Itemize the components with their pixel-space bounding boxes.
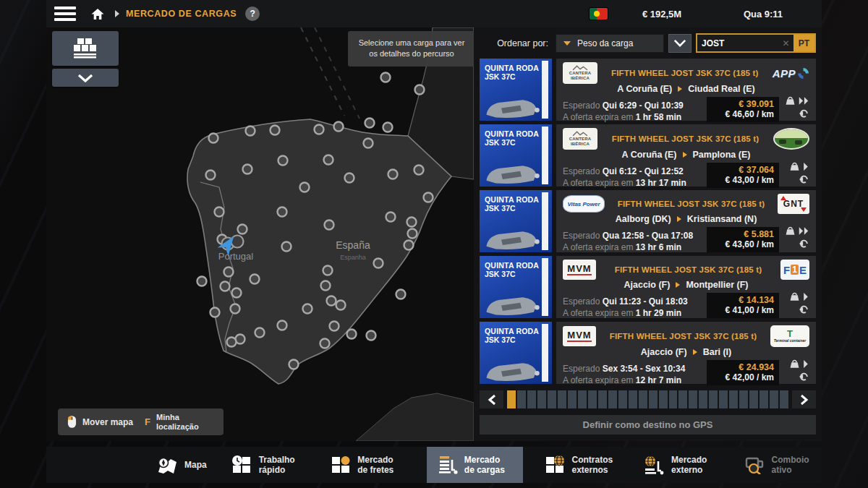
page-segment[interactable] bbox=[629, 390, 637, 408]
cargo-detail: MVM FIFTH WHEEL JOST JSK 37C (185 t) F1E… bbox=[556, 256, 816, 318]
language-badge[interactable]: PT bbox=[793, 35, 814, 51]
home-button[interactable] bbox=[90, 7, 105, 21]
route-arrow-icon bbox=[678, 86, 682, 92]
page-segment[interactable] bbox=[689, 390, 697, 408]
page-segment[interactable] bbox=[678, 390, 687, 408]
nav-tab-mercado-de-fretes[interactable]: Mercado de fretes bbox=[328, 447, 408, 483]
cargo-offer-row[interactable]: QUINTA RODA JSK 37C CANTERA IBÉRICA FIFT… bbox=[480, 59, 816, 121]
menu-button[interactable] bbox=[54, 7, 76, 21]
help-button[interactable]: ? bbox=[245, 7, 260, 21]
cargo-offer-row[interactable]: QUINTA RODA JSK 37C CANTERA IBÉRICA FIFT… bbox=[480, 124, 816, 187]
page-segment[interactable] bbox=[770, 390, 778, 408]
filter-expand-button[interactable] bbox=[52, 69, 119, 87]
cargo-offer-row[interactable]: QUINTA RODA JSK 37C MVM FIFTH WHEEL JOST… bbox=[480, 322, 816, 384]
company-logo-vitas-power: Vitas Power bbox=[563, 195, 605, 213]
chevron-left-icon bbox=[488, 394, 496, 406]
city-dot bbox=[210, 308, 220, 317]
africa-landmass bbox=[356, 393, 474, 441]
city-dot bbox=[227, 338, 237, 347]
page-segment[interactable] bbox=[780, 390, 788, 408]
return-trip-icon bbox=[798, 304, 809, 314]
nav-tab-comboio-ativo[interactable]: Comboio ativo bbox=[741, 447, 822, 483]
city-dot bbox=[243, 165, 252, 174]
heavy-cargo-icon bbox=[789, 291, 800, 302]
page-segment[interactable] bbox=[719, 390, 728, 408]
city-dot bbox=[232, 288, 242, 298]
price-box: € 24.934 € 42,00 / km bbox=[707, 360, 779, 385]
city-dot bbox=[271, 126, 280, 135]
expected-time: Esperado Qui 6:12 - Qui 12:52 bbox=[563, 166, 702, 176]
nav-tab-mercado-de-cargas[interactable]: Mercado de cargas bbox=[427, 447, 523, 483]
search-input[interactable] bbox=[697, 38, 781, 48]
page-segment[interactable] bbox=[548, 390, 556, 408]
clear-search-icon[interactable]: ✕ bbox=[783, 38, 790, 48]
return-trip-icon bbox=[798, 239, 809, 249]
cargo-flags bbox=[783, 359, 809, 385]
page-segment[interactable] bbox=[578, 390, 587, 408]
pagination bbox=[480, 390, 816, 408]
city-dot bbox=[246, 127, 255, 136]
cargo-offer-row[interactable]: QUINTA RODA JSK 37C MVM FIFTH WHEEL JOST… bbox=[480, 256, 816, 318]
cargo-times: Esperado Sex 3:54 - Sex 10:34 A oferta e… bbox=[563, 364, 702, 385]
page-segment[interactable] bbox=[608, 390, 617, 408]
route-arrow-icon bbox=[677, 216, 681, 222]
page-segment[interactable] bbox=[537, 390, 546, 408]
city-dot bbox=[206, 171, 216, 180]
cargo-flags bbox=[783, 95, 809, 122]
map-label-espana: España bbox=[336, 239, 370, 251]
thumb-stripe bbox=[542, 127, 548, 184]
city-dot bbox=[388, 170, 398, 179]
company-logo-mvm: MVM bbox=[563, 326, 596, 346]
page-segment[interactable] bbox=[598, 390, 607, 408]
page-segment[interactable] bbox=[739, 390, 748, 408]
page-segment[interactable] bbox=[659, 390, 668, 408]
fifth-wheel-image bbox=[481, 351, 542, 382]
page-segment[interactable] bbox=[760, 390, 768, 408]
page-segment[interactable] bbox=[649, 390, 658, 408]
page-segment[interactable] bbox=[669, 390, 678, 408]
external-contracts-icon bbox=[545, 455, 566, 474]
page-segment[interactable] bbox=[709, 390, 718, 408]
page-segment[interactable] bbox=[749, 390, 758, 408]
cargo-offer-row[interactable]: QUINTA RODA JSK 37C Vitas Power FIFTH WH… bbox=[480, 190, 816, 252]
nav-tab-mercado-externo[interactable]: Mercado externo bbox=[641, 447, 722, 483]
sort-select[interactable]: Peso da carga bbox=[556, 34, 664, 53]
city-dot bbox=[320, 339, 330, 348]
iberia-map[interactable]: Portugal España Espanha bbox=[46, 27, 474, 441]
thumb-title: QUINTA RODA bbox=[485, 129, 539, 138]
city-dot bbox=[383, 123, 393, 132]
cargo-panel: Ordenar por: Peso da carga ✕ PT bbox=[474, 27, 822, 441]
search-box: ✕ PT bbox=[696, 33, 816, 53]
page-segment[interactable] bbox=[558, 390, 566, 408]
return-trip-icon bbox=[798, 108, 809, 119]
city-dot bbox=[415, 85, 425, 95]
set-gps-destination-button[interactable]: Definir como destino no GPS bbox=[480, 415, 816, 435]
page-segment[interactable] bbox=[507, 390, 516, 408]
page-segment[interactable] bbox=[699, 390, 707, 408]
cargo-detail: CANTERA IBÉRICA FIFTH WHEEL JOST JSK 37C… bbox=[556, 59, 816, 121]
page-segment[interactable] bbox=[618, 390, 627, 408]
my-location-label: Minha localização bbox=[156, 413, 214, 431]
cargo-type-filter-button[interactable] bbox=[52, 31, 119, 66]
cargo-title: FIFTH WHEEL JOST JSK 37C (185 t) bbox=[596, 332, 770, 341]
page-segment[interactable] bbox=[527, 390, 536, 408]
sort-dropdown-button[interactable] bbox=[668, 34, 692, 53]
page-segment[interactable] bbox=[639, 390, 647, 408]
city-dot bbox=[238, 225, 247, 234]
thumb-title: QUINTA RODA bbox=[485, 261, 539, 270]
nav-tab-trabalho-rapido[interactable]: Trabalho rápido bbox=[229, 447, 310, 483]
map-icon bbox=[156, 455, 178, 475]
page-segment[interactable] bbox=[729, 390, 738, 408]
city-dot bbox=[408, 229, 417, 239]
origin-city: Aalborg (DK) bbox=[616, 214, 671, 224]
nav-tab-contratos-externos[interactable]: Contratos externos bbox=[542, 447, 623, 483]
page-segment[interactable] bbox=[588, 390, 597, 408]
thumb-subtitle: JSK 37C bbox=[485, 270, 516, 278]
nav-tab-mapa[interactable]: Mapa bbox=[153, 447, 210, 483]
page-segment[interactable] bbox=[568, 390, 576, 408]
price-box: € 37.064 € 43,00 / km bbox=[707, 163, 779, 188]
route-arrow-icon bbox=[676, 282, 680, 288]
prev-page-button[interactable] bbox=[480, 390, 503, 408]
next-page-button[interactable] bbox=[792, 390, 816, 408]
page-segment[interactable] bbox=[517, 390, 526, 408]
